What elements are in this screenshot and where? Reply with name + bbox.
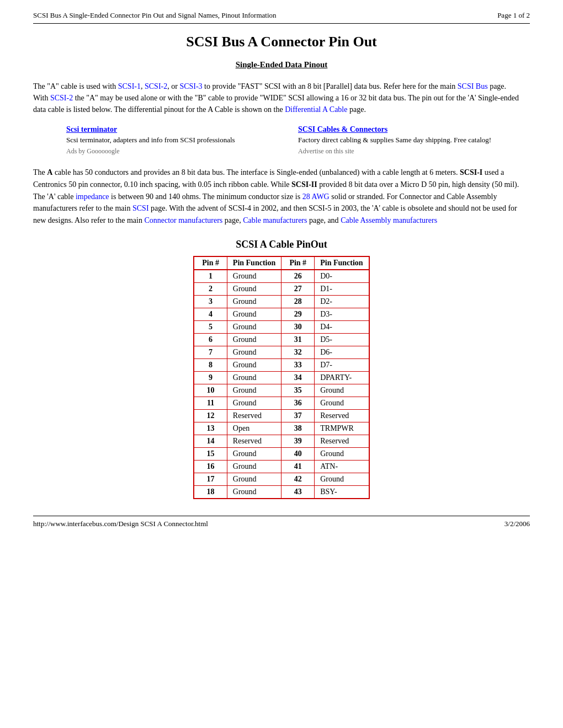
pin-function: Ground [227, 358, 281, 371]
pin-function: BSY- [315, 485, 369, 499]
table-row: 17Ground42Ground [194, 473, 369, 485]
pin-number: 27 [282, 282, 315, 295]
impedance-link[interactable]: impedance [76, 192, 109, 201]
pin-number: 33 [282, 358, 315, 371]
table-row: 13Open38TRMPWR [194, 422, 369, 435]
diff-a-cable-link[interactable]: Differential A Cable [285, 105, 347, 114]
pin-function: Reserved [315, 435, 369, 447]
awg-link[interactable]: 28 AWG [302, 192, 330, 201]
pin-function: Ground [227, 346, 281, 358]
table-row: 14Reserved39Reserved [194, 435, 369, 447]
pin-number: 41 [282, 460, 315, 473]
pin-number: 17 [194, 473, 227, 485]
pin-number: 36 [282, 397, 315, 409]
pin-function: D5- [315, 333, 369, 346]
ad-block-1: Scsi terminator Scsi terminator, adapter… [66, 125, 265, 156]
pin-function: D4- [315, 320, 369, 333]
pin-function: Ground [227, 473, 281, 485]
pin-function: Ground [227, 397, 281, 409]
pin-number: 14 [194, 435, 227, 447]
header-left: SCSI Bus A Single-Ended Connector Pin Ou… [33, 11, 277, 20]
scsi-bus-link[interactable]: SCSI Bus [458, 82, 488, 90]
table-row: 11Ground36Ground [194, 397, 369, 409]
table-row: 9Ground34DPARTY- [194, 371, 369, 384]
pin-function: Reserved [315, 409, 369, 422]
pin-function: Ground [227, 485, 281, 499]
table-row: 2Ground27D1- [194, 282, 369, 295]
pin-number: 37 [282, 409, 315, 422]
pin-function: Ground [315, 384, 369, 397]
pin-function: Ground [227, 384, 281, 397]
pin-number: 31 [282, 333, 315, 346]
connector-mfr-link[interactable]: Connector manufacturers [144, 216, 222, 224]
pin-number: 5 [194, 320, 227, 333]
page-footer: http://www.interfacebus.com/Design SCSI … [33, 516, 530, 528]
scsi2-link[interactable]: SCSI-2 [145, 82, 167, 90]
pin-number: 10 [194, 384, 227, 397]
pin-function: Reserved [227, 435, 281, 447]
pin-function: Reserved [227, 409, 281, 422]
pin-number: 12 [194, 409, 227, 422]
table-title: SCSI A Cable PinOut [33, 239, 530, 250]
pin-function: Ground [227, 295, 281, 308]
subtitle: Single-Ended Data Pinout [33, 60, 530, 69]
scsi3-link[interactable]: SCSI-3 [179, 82, 202, 90]
pin-number: 34 [282, 371, 315, 384]
ad2-desc: Factory direct cabling & supplies Same d… [298, 135, 497, 145]
pin-number: 11 [194, 397, 227, 409]
pin-function: TRMPWR [315, 422, 369, 435]
table-row: 5Ground30D4- [194, 320, 369, 333]
ad2-title[interactable]: SCSI Cables & Connectors [298, 125, 497, 134]
pin-number: 7 [194, 346, 227, 358]
pin-function: Ground [315, 397, 369, 409]
pin-number: 13 [194, 422, 227, 435]
col-header-func1: Pin Function [227, 256, 281, 270]
col-header-pin2: Pin # [282, 256, 315, 270]
footer-url: http://www.interfacebus.com/Design SCSI … [33, 520, 208, 528]
pin-number: 2 [194, 282, 227, 295]
pin-number: 26 [282, 270, 315, 283]
intro-paragraph-1: The "A" cable is used with SCSI-1, SCSI-… [33, 81, 530, 115]
pin-number: 3 [194, 295, 227, 308]
ad1-footer: Ads by Goooooogle [66, 147, 265, 156]
table-row: 15Ground40Ground [194, 447, 369, 460]
pin-function: D1- [315, 282, 369, 295]
pin-number: 35 [282, 384, 315, 397]
ad-section: Scsi terminator Scsi terminator, adapter… [66, 125, 497, 156]
pin-number: 38 [282, 422, 315, 435]
pin-number: 4 [194, 308, 227, 320]
page-header: SCSI Bus A Single-Ended Connector Pin Ou… [33, 11, 530, 24]
pin-number: 42 [282, 473, 315, 485]
pin-number: 29 [282, 308, 315, 320]
pin-number: 39 [282, 435, 315, 447]
col-header-pin1: Pin # [194, 256, 227, 270]
pin-number: 8 [194, 358, 227, 371]
cable-mfr-link[interactable]: Cable manufacturers [243, 216, 307, 224]
ad2-footer: Advertise on this site [298, 147, 497, 156]
pin-number: 1 [194, 270, 227, 283]
pinout-table: Pin # Pin Function Pin # Pin Function 1G… [193, 256, 369, 499]
scsi-main-link[interactable]: SCSI [132, 204, 149, 212]
pin-function: Ground [227, 270, 281, 283]
page-title: SCSI Bus A Connector Pin Out [33, 34, 530, 50]
table-row: 10Ground35Ground [194, 384, 369, 397]
pin-number: 28 [282, 295, 315, 308]
header-right: Page 1 of 2 [497, 11, 530, 20]
pin-number: 40 [282, 447, 315, 460]
pin-function: D6- [315, 346, 369, 358]
pin-function: Ground [227, 282, 281, 295]
scsi1-link[interactable]: SCSI-1 [118, 82, 141, 90]
ad1-title[interactable]: Scsi terminator [66, 125, 265, 134]
pin-function: Ground [227, 333, 281, 346]
table-row: 8Ground33D7- [194, 358, 369, 371]
table-row: 3Ground28D2- [194, 295, 369, 308]
pin-function: ATN- [315, 460, 369, 473]
table-row: 4Ground29D3- [194, 308, 369, 320]
ad1-desc: Scsi terminator, adapters and info from … [66, 135, 265, 145]
cable-assembly-link[interactable]: Cable Assembly manufacturers [341, 216, 437, 224]
pin-number: 30 [282, 320, 315, 333]
pin-function: Ground [227, 447, 281, 460]
table-row: 6Ground31D5- [194, 333, 369, 346]
scsi2-link2[interactable]: SCSI-2 [50, 94, 73, 102]
footer-date: 3/2/2006 [504, 520, 530, 528]
